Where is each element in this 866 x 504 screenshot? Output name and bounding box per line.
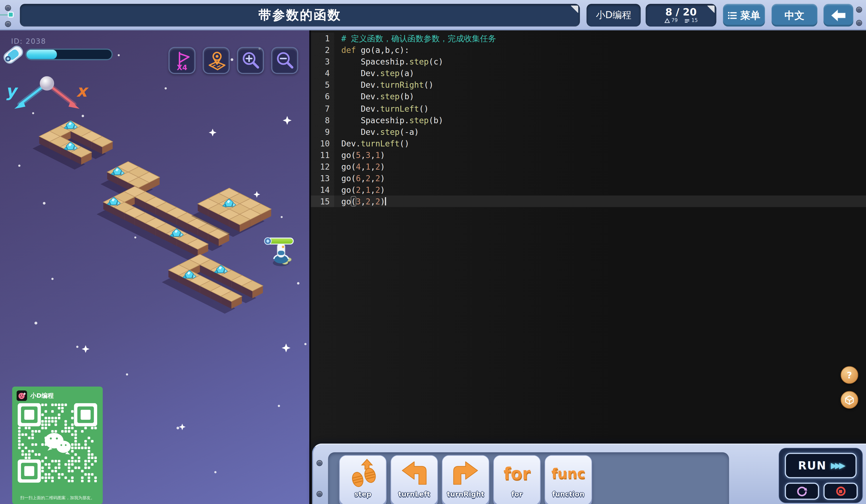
code-line[interactable]: 13go(6,2,2) xyxy=(311,172,866,184)
step-icon xyxy=(345,457,380,490)
block-card-function[interactable]: func function xyxy=(545,455,592,504)
qr-module xyxy=(18,430,21,433)
code-line[interactable]: 11go(5,3,1) xyxy=(311,149,866,161)
code-line[interactable]: 8 Spaceship.step(b) xyxy=(311,114,866,126)
star-dot xyxy=(281,216,283,218)
code-line[interactable]: 15go(3,2,2) xyxy=(311,196,866,207)
qr-module xyxy=(51,417,54,419)
hint-cube-button[interactable] xyxy=(841,391,858,408)
cube-icon xyxy=(845,395,854,404)
turn-right-icon xyxy=(448,457,483,490)
stop-button[interactable] xyxy=(823,483,858,500)
qr-module xyxy=(71,447,74,449)
zoom-out-icon xyxy=(274,50,295,71)
code-lines[interactable]: 1# 定义函数，确认函数参数，完成收集任务2def go(a,b,c):3 Sp… xyxy=(311,33,866,207)
qr-module xyxy=(71,427,74,429)
qr-module xyxy=(31,430,34,433)
qr-module xyxy=(25,453,27,456)
qr-module xyxy=(58,403,60,406)
code-line[interactable]: 1# 定义函数，确认函数参数，完成收集任务 xyxy=(311,33,866,44)
qr-module xyxy=(71,480,74,482)
reset-button[interactable] xyxy=(785,483,819,500)
qr-module xyxy=(28,453,31,456)
code-line[interactable]: 2def go(a,b,c): xyxy=(311,44,866,56)
brand-button[interactable]: 小D编程 xyxy=(586,4,641,26)
qr-module xyxy=(75,440,77,443)
code-line[interactable]: 5 Dev.turnRight() xyxy=(311,79,866,91)
qr-module xyxy=(18,427,21,429)
level-progress-badge: 8 / 20 79 15 xyxy=(646,4,717,26)
turn-left-icon xyxy=(397,457,432,490)
qr-module xyxy=(65,403,67,406)
screw-icon xyxy=(5,5,11,11)
code-line[interactable]: 3 Spaceship.step(c) xyxy=(311,56,866,67)
qr-module xyxy=(41,470,44,472)
qr-module xyxy=(78,457,80,459)
qr-module xyxy=(35,430,37,433)
code-text: Dev.turnLeft() xyxy=(334,102,429,114)
flag-x4-button[interactable]: X4 xyxy=(168,47,196,74)
qr-module xyxy=(88,437,90,439)
block-card-step[interactable]: step xyxy=(339,455,387,504)
line-number: 9 xyxy=(311,126,334,137)
qr-module xyxy=(44,480,47,482)
qr-module xyxy=(65,420,67,423)
robot-energy-bar xyxy=(264,238,293,245)
crystal-count: 79 xyxy=(671,18,678,23)
qr-module xyxy=(84,467,87,469)
back-button[interactable] xyxy=(823,4,853,26)
qr-module xyxy=(71,460,74,462)
zoom-out-button[interactable] xyxy=(271,47,298,74)
qr-module xyxy=(51,477,54,479)
block-label: for xyxy=(511,490,522,498)
block-label: function xyxy=(552,490,585,498)
block-card-turnright[interactable]: turnRight xyxy=(442,455,490,504)
code-line[interactable]: 10Dev.turnLeft() xyxy=(311,137,866,149)
help-button[interactable]: ? xyxy=(841,366,858,384)
code-line[interactable]: 7 Dev.turnLeft() xyxy=(311,102,866,114)
language-button[interactable]: 中文 xyxy=(771,4,818,26)
qr-module xyxy=(71,423,74,426)
qr-module xyxy=(18,434,21,436)
code-line[interactable]: 4 Dev.step(a) xyxy=(311,68,866,79)
qr-module xyxy=(71,463,74,466)
star-dot xyxy=(35,322,37,324)
level-progress: 8 / 20 xyxy=(665,7,697,18)
map-button[interactable] xyxy=(203,47,230,74)
qr-module xyxy=(88,457,90,459)
qr-module xyxy=(91,473,93,476)
qr-module xyxy=(41,443,44,446)
star-dot xyxy=(134,236,136,238)
code-text: Dev.step(a) xyxy=(334,68,414,79)
block-card-turnleft[interactable]: turnLeft xyxy=(390,455,438,504)
line-number: 7 xyxy=(311,102,334,114)
qr-module xyxy=(71,477,74,479)
code-line[interactable]: 6 Dev.step(b) xyxy=(311,91,866,102)
code-line[interactable]: 12go(4,1,2) xyxy=(311,161,866,172)
line-number: 8 xyxy=(311,114,334,126)
screw-icon xyxy=(856,7,862,13)
qr-module xyxy=(58,477,60,479)
code-line[interactable]: 9 Dev.step(-a) xyxy=(311,126,866,137)
block-card-for[interactable]: for for xyxy=(493,455,541,504)
app-avatar-icon xyxy=(17,390,27,401)
code-line[interactable]: 14go(2,1,2) xyxy=(311,184,866,196)
code-text: Dev.turnLeft() xyxy=(334,137,409,149)
line-number: 3 xyxy=(311,56,334,67)
block-label: turnLeft xyxy=(398,490,430,498)
lines-count: 15 xyxy=(691,18,698,23)
code-editor[interactable]: 1# 定义函数，确认函数参数，完成收集任务2def go(a,b,c):3 Sp… xyxy=(309,31,866,504)
menu-button[interactable]: 菜单 xyxy=(723,4,765,26)
qr-module xyxy=(41,403,44,406)
zoom-in-button[interactable] xyxy=(237,47,264,74)
qr-module xyxy=(38,453,41,456)
qr-module xyxy=(88,453,90,456)
qr-module xyxy=(48,477,51,479)
qr-module xyxy=(51,430,54,433)
qr-module xyxy=(44,427,47,429)
qr-module xyxy=(25,447,27,449)
qr-module xyxy=(65,477,67,479)
run-button[interactable]: RUN ▶▶▶ xyxy=(785,453,857,478)
qr-module xyxy=(51,460,54,462)
qr-caption: 扫一扫上面的二维码图案，加我为朋友。 xyxy=(12,495,103,501)
